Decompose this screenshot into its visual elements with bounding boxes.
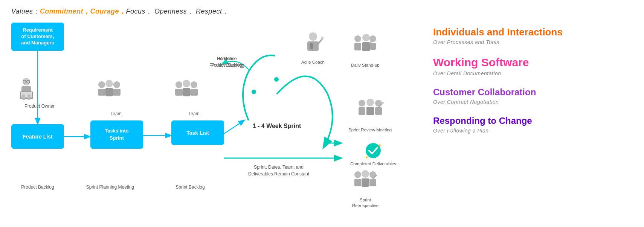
sprint-dot-top (274, 77, 279, 82)
sprint-planning-label: Sprint Planning Meeting (79, 184, 141, 190)
svg-rect-47 (366, 107, 374, 115)
right-subtitle-1: Over Processes and Tools (433, 39, 636, 45)
svg-rect-25 (175, 89, 183, 96)
product-backlog-label: Product Backlog (11, 184, 64, 190)
agile-coach-svg (303, 32, 324, 58)
right-subtitle-2: Over Detail Documentation (433, 70, 636, 76)
sprint-circle-label: 1 - 4 Week Sprint (252, 111, 301, 141)
feature-list-box: Feature List (11, 124, 64, 149)
right-panel: Individuals and Interactions Over Proces… (433, 26, 636, 144)
svg-rect-58 (354, 179, 361, 186)
svg-rect-29 (190, 89, 198, 96)
svg-line-6 (224, 120, 244, 134)
sprint-retro-svg (350, 169, 380, 196)
agile-coach-label: Agile Coach (301, 60, 325, 64)
feature-list-text: Feature List (23, 134, 52, 140)
team-figure-1 (94, 79, 124, 105)
svg-rect-14 (27, 94, 31, 100)
svg-point-22 (113, 81, 120, 88)
svg-point-36 (354, 35, 361, 42)
values-rest: Focus， Openness， Respect． (126, 8, 229, 15)
daily-standup-label: Daily Stand-up (351, 63, 379, 67)
requirement-box: Requirementof Customers,and Managers (11, 23, 64, 51)
requirement-text: Requirementof Customers,and Managers (21, 27, 54, 46)
right-item-4: Responding to Change Over Following a Pl… (433, 116, 636, 134)
completed-deliverables-svg (364, 141, 383, 160)
daily-standup-figure: Daily Stand-up (350, 33, 380, 67)
right-subtitle-3: Over Contract Negotiation (433, 99, 636, 105)
right-subtitle-4: Over Following a Plan (433, 128, 636, 134)
sprint-dates-label: Sprint, Dates, Team, andDeliverables Rem… (235, 164, 322, 177)
svg-point-18 (98, 81, 105, 88)
sprint-review-label: Sprint Review Meeting (348, 128, 392, 132)
completed-deliverables-label: Completed Deliverables (350, 161, 396, 166)
svg-rect-21 (105, 88, 113, 96)
right-title-4: Responding to Change (433, 116, 636, 126)
sprint-retro-label: SprintRetrospective (352, 197, 378, 209)
svg-point-26 (183, 80, 190, 87)
svg-point-24 (175, 81, 182, 88)
sprint-backlog-label: Sprint Backlog (162, 184, 218, 190)
svg-point-57 (354, 171, 361, 178)
sprint-review-figure: Sprint Review Meeting (348, 98, 392, 132)
right-title-2: Working Software (433, 56, 636, 69)
svg-point-51 (382, 102, 384, 104)
redefine-product-backlog-label: RedefineProduct Backlog (209, 56, 242, 69)
svg-rect-43 (370, 43, 376, 50)
svg-rect-62 (369, 179, 376, 186)
daily-standup-svg (350, 33, 380, 61)
svg-rect-49 (375, 107, 382, 115)
svg-point-20 (105, 80, 113, 87)
values-commitment: Commitment， (40, 8, 90, 15)
svg-rect-23 (113, 89, 121, 96)
svg-rect-60 (362, 178, 369, 187)
values-courage: Courage， (90, 8, 126, 15)
team-svg-2 (171, 79, 201, 105)
right-item-2: Working Software Over Detail Documentati… (433, 56, 636, 76)
values-line: Values：Commitment，Courage，Focus， Opennes… (11, 7, 229, 16)
svg-point-46 (366, 99, 374, 106)
svg-point-28 (191, 81, 197, 88)
team-label-2: Team (171, 111, 217, 116)
right-title-1: Individuals and Interactions (433, 26, 636, 38)
svg-rect-19 (98, 89, 105, 96)
task-list-box: Task List (171, 120, 224, 145)
svg-rect-27 (183, 88, 190, 96)
svg-point-30 (309, 32, 317, 41)
task-list-text: Task List (186, 130, 209, 136)
team-svg-1 (94, 79, 124, 105)
svg-point-44 (359, 100, 365, 107)
tasks-sprint-box: Tasks intoSprint (90, 120, 143, 149)
product-owner-label: Product Owner (17, 104, 62, 109)
right-item-1: Individuals and Interactions Over Proces… (433, 26, 636, 45)
team-figure-2 (171, 79, 201, 105)
svg-point-38 (362, 34, 370, 41)
svg-line-34 (319, 39, 322, 43)
sprint-review-svg (355, 98, 385, 126)
right-item-3: Customer Collaboration Over Contract Neg… (433, 87, 636, 105)
agile-coach-figure: Agile Coach (301, 32, 325, 64)
values-prefix: Values： (11, 8, 40, 15)
product-owner-svg (17, 77, 36, 102)
svg-rect-45 (359, 107, 365, 115)
tasks-sprint-text: Tasks intoSprint (105, 128, 128, 141)
svg-rect-13 (22, 94, 25, 100)
completed-deliverables-figure: Completed Deliverables (350, 141, 396, 166)
svg-rect-37 (354, 43, 361, 50)
sprint-dot-left (252, 90, 256, 94)
svg-point-59 (362, 170, 369, 178)
sprint-retro-figure: SprintRetrospective (350, 169, 380, 209)
svg-rect-39 (362, 42, 370, 51)
product-owner-figure (17, 77, 36, 102)
team-label-1: Team (93, 111, 139, 116)
right-title-3: Customer Collaboration (433, 87, 636, 98)
svg-rect-32 (310, 43, 313, 49)
svg-point-42 (369, 35, 376, 42)
